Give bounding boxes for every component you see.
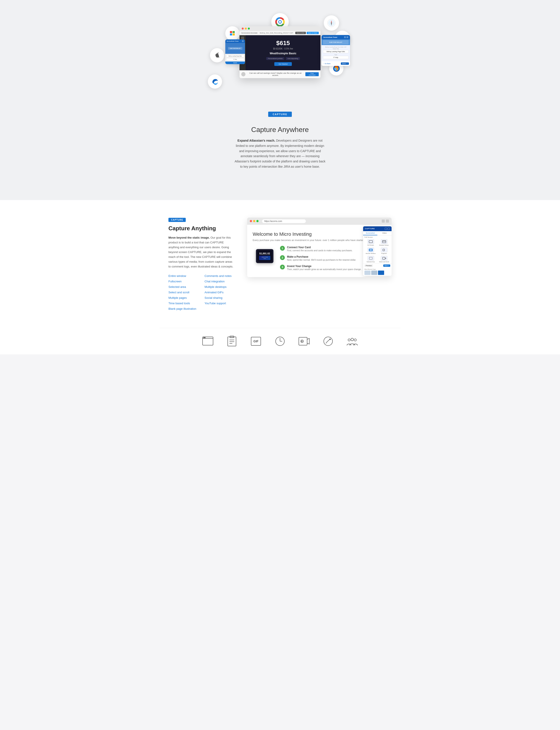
safari-icon bbox=[324, 15, 339, 31]
tab-screenshot[interactable]: Screenshot bbox=[363, 231, 377, 235]
section2-desc-strong: Move beyond the static image. bbox=[168, 236, 210, 239]
svg-rect-32 bbox=[369, 240, 373, 243]
feature-youtube[interactable]: YouTube support bbox=[205, 301, 234, 305]
capture-option-fragment[interactable]: Fragment bbox=[378, 247, 390, 254]
screenshot-comment: Can we call out savings more? Maybe use … bbox=[240, 70, 320, 78]
apple-icon bbox=[210, 48, 224, 62]
step-num-2: 2 bbox=[280, 255, 285, 260]
capture-grid-3: Selected Area bbox=[363, 255, 392, 263]
save-share-btn[interactable]: Save & Share bbox=[307, 32, 319, 34]
screenshot-product: Wealthsimple Basic bbox=[270, 52, 296, 55]
section2-desc-text: Our goal for this product is to build a … bbox=[168, 236, 233, 268]
mobile-left-field: IT Help bbox=[226, 58, 244, 61]
svg-point-67 bbox=[348, 339, 350, 341]
video-icon bbox=[296, 335, 312, 348]
svg-rect-16 bbox=[233, 33, 235, 35]
svg-line-61 bbox=[326, 341, 327, 343]
phone-mockup: $1,891.02 4515 5768 VISA bbox=[256, 249, 273, 263]
feature-chat[interactable]: Chat integration bbox=[205, 280, 234, 283]
select-scroll-icon bbox=[381, 256, 387, 261]
capture-control-icon bbox=[388, 228, 390, 230]
save-exit-btn[interactable]: Save & Exit bbox=[295, 32, 306, 34]
tab-video[interactable]: Video bbox=[377, 231, 392, 235]
capture-option-browser-screen[interactable]: Browser Screen bbox=[378, 239, 390, 246]
section1-desc-text: Developers and Designers are not limited… bbox=[235, 139, 325, 168]
capture-option-selected-area[interactable]: Selected Area bbox=[364, 256, 377, 262]
feature-desktops[interactable]: Multiple desktops bbox=[205, 285, 234, 288]
svg-rect-38 bbox=[369, 257, 372, 259]
wallet-text: SLIM YOUR WALLET bbox=[329, 42, 342, 43]
icon-item-window bbox=[200, 335, 215, 348]
section2-title: Capture Anything bbox=[168, 225, 234, 232]
browser-controls bbox=[382, 219, 389, 223]
ticket-title-field: Bellroy Landing Page Edits bbox=[323, 50, 349, 53]
svg-rect-15 bbox=[230, 33, 232, 35]
feature-entire-window[interactable]: Entire window bbox=[168, 274, 198, 277]
prev-button[interactable]: Previous bbox=[364, 264, 373, 267]
browser-dot-close bbox=[250, 220, 252, 222]
send-button[interactable]: Send → bbox=[341, 62, 349, 65]
mobile-wallet-label: SLIM YOUR WALLET bbox=[323, 40, 349, 44]
feature-time-tools[interactable]: Time based tools bbox=[168, 301, 198, 305]
svg-rect-37 bbox=[383, 249, 385, 251]
capture-option-browser-window[interactable]: Browser Window bbox=[364, 247, 377, 254]
icon-item-draw bbox=[320, 335, 336, 348]
ticket-title-label: Ticket Title bbox=[323, 48, 349, 49]
capture-option-select-scroll[interactable]: Select and Scroll bbox=[378, 256, 390, 262]
svg-rect-13 bbox=[230, 31, 232, 33]
capture-panel-controls bbox=[385, 228, 390, 230]
feature-select-scroll[interactable]: Select and scroll bbox=[168, 291, 198, 294]
section-capture-anything: CAPTURE Capture Anything Move beyond the… bbox=[0, 200, 560, 354]
feature-gifs[interactable]: Animated GIFs bbox=[205, 291, 234, 294]
feature-blank-page[interactable]: Blank page illustration bbox=[168, 307, 198, 310]
icon-item-clipboard bbox=[224, 335, 240, 348]
invest-step-1: 1 Connect Your Card First, connect the a… bbox=[280, 246, 361, 252]
section2-badge: CAPTURE bbox=[168, 218, 186, 222]
svg-rect-36 bbox=[369, 249, 372, 251]
mobile-icon bbox=[344, 36, 346, 38]
svg-point-64 bbox=[330, 339, 331, 340]
submit-label: Submit bbox=[233, 62, 237, 63]
section2-description: Move beyond the static image. Our goal f… bbox=[168, 235, 234, 269]
invest-step-2: 2 Make a Purchase Next, spend like norma… bbox=[280, 255, 361, 261]
feature-selected-area[interactable]: Selected area bbox=[168, 285, 198, 288]
feature-social[interactable]: Social sharing bbox=[205, 296, 234, 299]
browser-screen-icon bbox=[381, 239, 387, 244]
capture-option-full-screen[interactable]: Full Screen bbox=[364, 239, 377, 246]
get-started-btn[interactable]: Get Started bbox=[274, 62, 292, 66]
recent-thumb-2[interactable] bbox=[371, 270, 377, 275]
recent-thumb-3[interactable] bbox=[378, 270, 384, 275]
step-2-title: Make a Purchase bbox=[287, 255, 356, 258]
next-button[interactable]: Next > bbox=[383, 264, 390, 267]
mobile-left-body: SLIM YOUR WALLET bbox=[225, 43, 245, 54]
go-back-button[interactable]: ← Go Back bbox=[323, 62, 331, 65]
post-comment-btn[interactable]: Post Comment bbox=[305, 72, 319, 76]
clock-icon bbox=[272, 335, 288, 348]
mobile-screenshot-right: ServiceDesk Ticket SLIM YOUR WALLET Bell… bbox=[322, 35, 350, 66]
browser-content: Welcome to Micro Investing Every purchas… bbox=[247, 225, 392, 277]
minimize-dot bbox=[245, 28, 247, 30]
auto-label: Auto-depositing bbox=[286, 57, 300, 60]
feature-fullscreen[interactable]: Fullscreen bbox=[168, 280, 198, 283]
capture-section-full-screen: Full Screen bbox=[363, 235, 392, 238]
windows-icon bbox=[225, 26, 240, 40]
feature-comments[interactable]: Comments and notes bbox=[205, 274, 234, 277]
phone-screen: $1,891.02 4515 5768 VISA bbox=[257, 250, 272, 262]
icon-item-group bbox=[345, 335, 360, 348]
phone-amount: $1,891.02 bbox=[259, 252, 270, 255]
fragment-icon bbox=[381, 247, 387, 252]
screenshot-body: $615 $0-$100K · 0.5% fee Wealthsimple Ba… bbox=[246, 35, 320, 70]
type-label: Type bbox=[323, 54, 349, 55]
feature-multiple-pages[interactable]: Multiple pages bbox=[168, 296, 198, 299]
section1-badge: CAPTURE bbox=[268, 112, 292, 117]
browser-address-bar[interactable]: https://acorns.com bbox=[262, 219, 306, 223]
capture-badge-1: CAPTURE bbox=[4, 112, 556, 121]
recent-thumb-1[interactable] bbox=[364, 270, 371, 275]
main-screenshot: Screenshot Annotate Bellroy_Dev_Edit_Rec… bbox=[240, 26, 320, 78]
svg-marker-59 bbox=[301, 340, 303, 342]
mobile-body: Bellroy-LandingPage-Dev-Edits CAP Ticket… bbox=[322, 45, 350, 61]
bottom-icons-row: GIF bbox=[160, 328, 400, 354]
section1-description: Expand Atlassian's reach. Developers and… bbox=[234, 138, 326, 169]
section-capture-anywhere: Screenshot Annotate Bellroy_Dev_Edit_Rec… bbox=[0, 0, 560, 187]
step-1-desc: First, connect the accounts and cards to… bbox=[287, 249, 353, 252]
